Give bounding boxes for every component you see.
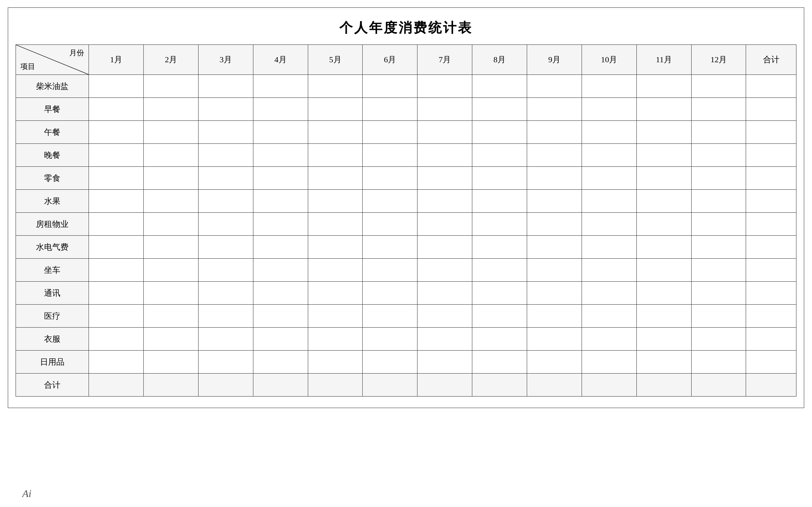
cell-month-10[interactable] bbox=[582, 213, 636, 236]
cell-month-1[interactable] bbox=[89, 351, 144, 374]
cell-month-10[interactable] bbox=[582, 190, 636, 213]
cell-month-11[interactable] bbox=[636, 282, 691, 305]
cell-month-1[interactable] bbox=[89, 282, 144, 305]
cell-month-4[interactable] bbox=[253, 75, 308, 98]
cell-month-9[interactable] bbox=[527, 121, 582, 144]
cell-total[interactable] bbox=[746, 328, 796, 351]
cell-month-8[interactable] bbox=[472, 75, 527, 98]
cell-month-8[interactable] bbox=[472, 259, 527, 282]
cell-month-9[interactable] bbox=[527, 374, 582, 397]
cell-month-8[interactable] bbox=[472, 374, 527, 397]
cell-month-7[interactable] bbox=[417, 98, 472, 121]
cell-month-1[interactable] bbox=[89, 144, 144, 167]
cell-month-11[interactable] bbox=[636, 213, 691, 236]
cell-month-6[interactable] bbox=[363, 190, 417, 213]
cell-total[interactable] bbox=[746, 305, 796, 328]
cell-month-8[interactable] bbox=[472, 305, 527, 328]
cell-month-8[interactable] bbox=[472, 144, 527, 167]
cell-total[interactable] bbox=[746, 259, 796, 282]
cell-total[interactable] bbox=[746, 282, 796, 305]
cell-month-8[interactable] bbox=[472, 236, 527, 259]
cell-month-3[interactable] bbox=[198, 75, 253, 98]
cell-month-5[interactable] bbox=[308, 328, 363, 351]
cell-month-2[interactable] bbox=[144, 167, 199, 190]
cell-month-7[interactable] bbox=[417, 328, 472, 351]
cell-month-1[interactable] bbox=[89, 213, 144, 236]
cell-month-4[interactable] bbox=[253, 328, 308, 351]
cell-month-9[interactable] bbox=[527, 351, 582, 374]
cell-month-9[interactable] bbox=[527, 259, 582, 282]
cell-month-5[interactable] bbox=[308, 121, 363, 144]
cell-month-6[interactable] bbox=[363, 305, 417, 328]
cell-month-12[interactable] bbox=[691, 236, 746, 259]
cell-month-6[interactable] bbox=[363, 259, 417, 282]
cell-month-2[interactable] bbox=[144, 259, 199, 282]
cell-month-1[interactable] bbox=[89, 305, 144, 328]
cell-month-5[interactable] bbox=[308, 167, 363, 190]
cell-month-11[interactable] bbox=[636, 167, 691, 190]
cell-month-4[interactable] bbox=[253, 144, 308, 167]
cell-month-9[interactable] bbox=[527, 213, 582, 236]
cell-month-3[interactable] bbox=[198, 144, 253, 167]
cell-month-3[interactable] bbox=[198, 374, 253, 397]
cell-month-9[interactable] bbox=[527, 236, 582, 259]
cell-month-3[interactable] bbox=[198, 328, 253, 351]
cell-month-2[interactable] bbox=[144, 75, 199, 98]
cell-month-5[interactable] bbox=[308, 351, 363, 374]
cell-month-11[interactable] bbox=[636, 305, 691, 328]
cell-month-6[interactable] bbox=[363, 213, 417, 236]
cell-month-7[interactable] bbox=[417, 121, 472, 144]
cell-month-7[interactable] bbox=[417, 351, 472, 374]
cell-total[interactable] bbox=[746, 374, 796, 397]
cell-total[interactable] bbox=[746, 190, 796, 213]
cell-month-11[interactable] bbox=[636, 98, 691, 121]
cell-month-9[interactable] bbox=[527, 75, 582, 98]
cell-month-7[interactable] bbox=[417, 167, 472, 190]
cell-month-4[interactable] bbox=[253, 282, 308, 305]
cell-month-11[interactable] bbox=[636, 351, 691, 374]
cell-month-4[interactable] bbox=[253, 374, 308, 397]
cell-month-1[interactable] bbox=[89, 121, 144, 144]
cell-month-8[interactable] bbox=[472, 213, 527, 236]
cell-month-10[interactable] bbox=[582, 305, 636, 328]
cell-month-12[interactable] bbox=[691, 144, 746, 167]
cell-month-10[interactable] bbox=[582, 75, 636, 98]
cell-month-3[interactable] bbox=[198, 236, 253, 259]
cell-month-6[interactable] bbox=[363, 236, 417, 259]
cell-month-2[interactable] bbox=[144, 351, 199, 374]
cell-month-7[interactable] bbox=[417, 305, 472, 328]
cell-month-3[interactable] bbox=[198, 282, 253, 305]
cell-month-5[interactable] bbox=[308, 144, 363, 167]
cell-month-5[interactable] bbox=[308, 190, 363, 213]
cell-month-8[interactable] bbox=[472, 328, 527, 351]
cell-month-4[interactable] bbox=[253, 236, 308, 259]
cell-month-9[interactable] bbox=[527, 305, 582, 328]
cell-month-10[interactable] bbox=[582, 121, 636, 144]
cell-total[interactable] bbox=[746, 351, 796, 374]
cell-month-1[interactable] bbox=[89, 98, 144, 121]
cell-month-1[interactable] bbox=[89, 236, 144, 259]
cell-month-12[interactable] bbox=[691, 213, 746, 236]
cell-month-3[interactable] bbox=[198, 98, 253, 121]
cell-month-5[interactable] bbox=[308, 374, 363, 397]
cell-month-2[interactable] bbox=[144, 144, 199, 167]
cell-total[interactable] bbox=[746, 167, 796, 190]
cell-month-10[interactable] bbox=[582, 98, 636, 121]
cell-month-5[interactable] bbox=[308, 75, 363, 98]
cell-month-3[interactable] bbox=[198, 305, 253, 328]
cell-month-5[interactable] bbox=[308, 213, 363, 236]
cell-month-3[interactable] bbox=[198, 351, 253, 374]
cell-month-12[interactable] bbox=[691, 98, 746, 121]
cell-month-12[interactable] bbox=[691, 328, 746, 351]
cell-month-9[interactable] bbox=[527, 144, 582, 167]
cell-month-12[interactable] bbox=[691, 305, 746, 328]
cell-month-8[interactable] bbox=[472, 121, 527, 144]
cell-month-3[interactable] bbox=[198, 167, 253, 190]
cell-month-6[interactable] bbox=[363, 98, 417, 121]
cell-month-3[interactable] bbox=[198, 121, 253, 144]
cell-month-1[interactable] bbox=[89, 259, 144, 282]
cell-month-5[interactable] bbox=[308, 236, 363, 259]
cell-month-2[interactable] bbox=[144, 213, 199, 236]
cell-month-5[interactable] bbox=[308, 305, 363, 328]
cell-month-5[interactable] bbox=[308, 282, 363, 305]
